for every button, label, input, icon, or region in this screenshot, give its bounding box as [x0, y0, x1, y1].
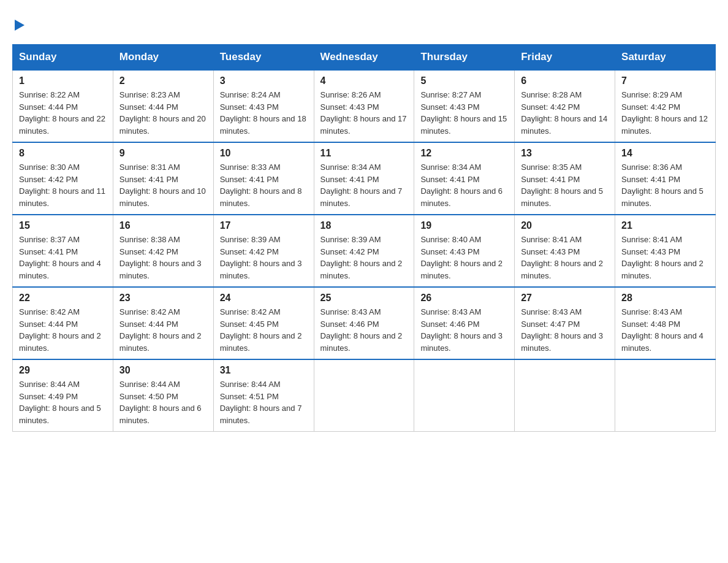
calendar-cell: 18 Sunrise: 8:39 AM Sunset: 4:42 PM Dayl… [314, 215, 414, 287]
sunrise-label: Sunrise: 8:29 AM [621, 90, 682, 99]
calendar-cell [515, 359, 615, 432]
calendar-cell: 13 Sunrise: 8:35 AM Sunset: 4:41 PM Dayl… [515, 142, 615, 215]
sunrise-label: Sunrise: 8:30 AM [19, 163, 80, 172]
calendar-cell: 24 Sunrise: 8:42 AM Sunset: 4:45 PM Dayl… [213, 287, 314, 359]
logo [12, 12, 26, 32]
daylight-label: Daylight: 8 hours and 6 minutes. [420, 186, 502, 208]
calendar-cell: 16 Sunrise: 8:38 AM Sunset: 4:42 PM Dayl… [113, 215, 213, 287]
day-number: 7 [621, 75, 709, 86]
calendar-cell: 17 Sunrise: 8:39 AM Sunset: 4:42 PM Dayl… [213, 215, 314, 287]
calendar-cell: 19 Sunrise: 8:40 AM Sunset: 4:43 PM Dayl… [414, 215, 515, 287]
day-number: 10 [220, 148, 308, 159]
calendar-header-monday: Monday [113, 45, 213, 71]
day-info: Sunrise: 8:43 AM Sunset: 4:48 PM Dayligh… [621, 306, 709, 354]
sunrise-label: Sunrise: 8:44 AM [19, 380, 80, 389]
sunrise-label: Sunrise: 8:42 AM [119, 307, 180, 316]
day-number: 1 [19, 75, 107, 86]
day-number: 30 [119, 365, 207, 376]
sunset-label: Sunset: 4:51 PM [220, 392, 279, 401]
day-number: 24 [220, 293, 308, 304]
sunrise-label: Sunrise: 8:33 AM [220, 163, 281, 172]
calendar-cell: 28 Sunrise: 8:43 AM Sunset: 4:48 PM Dayl… [615, 287, 716, 359]
day-info: Sunrise: 8:43 AM Sunset: 4:46 PM Dayligh… [420, 306, 508, 354]
calendar-cell: 9 Sunrise: 8:31 AM Sunset: 4:41 PM Dayli… [113, 142, 213, 215]
calendar-week-5: 29 Sunrise: 8:44 AM Sunset: 4:49 PM Dayl… [13, 359, 716, 432]
day-number: 14 [621, 148, 709, 159]
daylight-label: Daylight: 8 hours and 2 minutes. [420, 259, 502, 280]
calendar-cell: 20 Sunrise: 8:41 AM Sunset: 4:43 PM Dayl… [515, 215, 615, 287]
day-info: Sunrise: 8:27 AM Sunset: 4:43 PM Dayligh… [420, 89, 508, 137]
day-info: Sunrise: 8:29 AM Sunset: 4:42 PM Dayligh… [621, 89, 709, 137]
sunset-label: Sunset: 4:41 PM [19, 247, 78, 256]
calendar-cell: 27 Sunrise: 8:43 AM Sunset: 4:47 PM Dayl… [515, 287, 615, 359]
day-number: 3 [220, 75, 308, 86]
sunrise-label: Sunrise: 8:28 AM [521, 90, 582, 99]
calendar-table: SundayMondayTuesdayWednesdayThursdayFrid… [12, 44, 716, 432]
sunrise-label: Sunrise: 8:26 AM [320, 90, 381, 99]
calendar-cell: 7 Sunrise: 8:29 AM Sunset: 4:42 PM Dayli… [615, 70, 716, 142]
day-number: 2 [119, 75, 207, 86]
day-number: 17 [220, 220, 308, 231]
daylight-label: Daylight: 8 hours and 2 minutes. [621, 259, 703, 280]
daylight-label: Daylight: 8 hours and 7 minutes. [220, 404, 302, 425]
calendar-cell: 10 Sunrise: 8:33 AM Sunset: 4:41 PM Dayl… [213, 142, 314, 215]
sunrise-label: Sunrise: 8:43 AM [521, 307, 582, 316]
day-info: Sunrise: 8:23 AM Sunset: 4:44 PM Dayligh… [119, 89, 207, 137]
day-info: Sunrise: 8:26 AM Sunset: 4:43 PM Dayligh… [320, 89, 408, 137]
sunset-label: Sunset: 4:48 PM [621, 320, 680, 329]
sunrise-label: Sunrise: 8:39 AM [220, 235, 281, 244]
daylight-label: Daylight: 8 hours and 11 minutes. [19, 186, 105, 208]
day-number: 9 [119, 148, 207, 159]
daylight-label: Daylight: 8 hours and 6 minutes. [119, 404, 202, 425]
sunrise-label: Sunrise: 8:42 AM [220, 307, 281, 316]
calendar-cell: 15 Sunrise: 8:37 AM Sunset: 4:41 PM Dayl… [13, 215, 113, 287]
day-info: Sunrise: 8:43 AM Sunset: 4:47 PM Dayligh… [521, 306, 609, 354]
day-number: 16 [119, 220, 207, 231]
sunset-label: Sunset: 4:41 PM [220, 175, 279, 184]
day-info: Sunrise: 8:38 AM Sunset: 4:42 PM Dayligh… [119, 234, 207, 282]
day-number: 12 [420, 148, 508, 159]
sunrise-label: Sunrise: 8:36 AM [621, 163, 682, 172]
day-number: 25 [320, 293, 408, 304]
calendar-cell [314, 359, 414, 432]
sunrise-label: Sunrise: 8:40 AM [420, 235, 481, 244]
day-info: Sunrise: 8:37 AM Sunset: 4:41 PM Dayligh… [19, 234, 107, 282]
sunset-label: Sunset: 4:41 PM [420, 175, 479, 184]
daylight-label: Daylight: 8 hours and 2 minutes. [19, 331, 101, 353]
sunrise-label: Sunrise: 8:44 AM [220, 380, 281, 389]
sunset-label: Sunset: 4:41 PM [521, 175, 580, 184]
daylight-label: Daylight: 8 hours and 8 minutes. [220, 186, 302, 208]
daylight-label: Daylight: 8 hours and 5 minutes. [621, 186, 703, 208]
day-info: Sunrise: 8:30 AM Sunset: 4:42 PM Dayligh… [19, 161, 107, 209]
day-info: Sunrise: 8:44 AM Sunset: 4:51 PM Dayligh… [220, 378, 308, 426]
sunrise-label: Sunrise: 8:41 AM [521, 235, 582, 244]
day-number: 6 [521, 75, 609, 86]
sunrise-label: Sunrise: 8:38 AM [119, 235, 180, 244]
day-info: Sunrise: 8:39 AM Sunset: 4:42 PM Dayligh… [220, 234, 308, 282]
sunset-label: Sunset: 4:41 PM [320, 175, 379, 184]
day-info: Sunrise: 8:34 AM Sunset: 4:41 PM Dayligh… [420, 161, 508, 209]
sunset-label: Sunset: 4:43 PM [420, 102, 479, 112]
daylight-label: Daylight: 8 hours and 5 minutes. [19, 404, 101, 425]
sunrise-label: Sunrise: 8:24 AM [220, 90, 281, 99]
svg-marker-0 [15, 20, 25, 31]
sunrise-label: Sunrise: 8:34 AM [420, 163, 481, 172]
calendar-cell: 6 Sunrise: 8:28 AM Sunset: 4:42 PM Dayli… [515, 70, 615, 142]
calendar-cell: 4 Sunrise: 8:26 AM Sunset: 4:43 PM Dayli… [314, 70, 414, 142]
calendar-cell: 8 Sunrise: 8:30 AM Sunset: 4:42 PM Dayli… [13, 142, 113, 215]
daylight-label: Daylight: 8 hours and 14 minutes. [521, 114, 607, 136]
sunset-label: Sunset: 4:43 PM [521, 247, 580, 256]
sunset-label: Sunset: 4:41 PM [119, 175, 178, 184]
day-number: 28 [621, 293, 709, 304]
calendar-cell: 1 Sunrise: 8:22 AM Sunset: 4:44 PM Dayli… [13, 70, 113, 142]
daylight-label: Daylight: 8 hours and 2 minutes. [220, 331, 302, 353]
sunset-label: Sunset: 4:45 PM [220, 320, 279, 329]
daylight-label: Daylight: 8 hours and 12 minutes. [621, 114, 708, 136]
day-number: 29 [19, 365, 107, 376]
daylight-label: Daylight: 8 hours and 3 minutes. [521, 331, 603, 353]
day-info: Sunrise: 8:24 AM Sunset: 4:43 PM Dayligh… [220, 89, 308, 137]
sunset-label: Sunset: 4:42 PM [621, 102, 680, 112]
sunset-label: Sunset: 4:47 PM [521, 320, 580, 329]
sunrise-label: Sunrise: 8:31 AM [119, 163, 180, 172]
sunset-label: Sunset: 4:46 PM [420, 320, 479, 329]
